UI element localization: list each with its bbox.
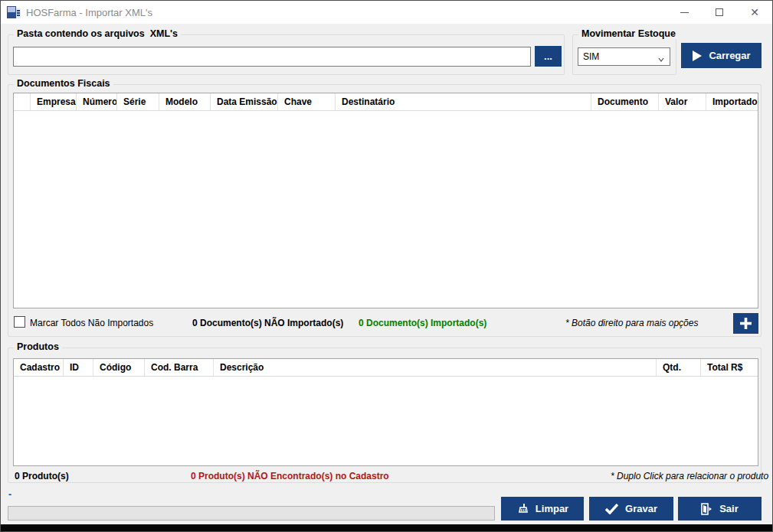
marcar-todos-checkbox[interactable] bbox=[14, 316, 25, 328]
documentos-table-header[interactable]: Empresa Número Série Modelo Data Emissão… bbox=[14, 93, 758, 111]
broom-icon bbox=[516, 503, 529, 515]
gravar-button[interactable]: Gravar bbox=[589, 497, 673, 521]
folder-path-input[interactable] bbox=[13, 47, 531, 67]
sair-button[interactable]: Sair bbox=[678, 497, 762, 521]
produtos-table[interactable]: Cadastro ID Código Cod. Barra Descrição … bbox=[13, 358, 758, 466]
check-icon bbox=[605, 504, 618, 514]
play-icon bbox=[692, 51, 702, 61]
col-importado: Importado bbox=[706, 93, 758, 110]
col-data-emissao: Data Emissão bbox=[211, 93, 278, 110]
documentos-group-label: Documentos Fiscais bbox=[14, 78, 113, 89]
col-descricao: Descrição bbox=[214, 359, 657, 376]
browse-label: ... bbox=[544, 51, 552, 62]
desktop-edge bbox=[1, 524, 772, 531]
importados-count: 0 Documento(s) Importado(s) bbox=[359, 318, 486, 328]
close-button[interactable]: ✕ bbox=[737, 1, 772, 24]
col-total: Total R$ bbox=[701, 359, 758, 376]
plus-icon bbox=[740, 318, 752, 329]
documentos-table-body[interactable] bbox=[14, 111, 758, 308]
maximize-icon bbox=[716, 8, 723, 16]
produtos-count: 0 Produto(s) bbox=[15, 471, 69, 481]
maximize-button[interactable] bbox=[702, 1, 737, 24]
col-chave: Chave bbox=[278, 93, 336, 110]
col-qtd: Qtd. bbox=[657, 359, 701, 376]
carregar-button[interactable]: Carregar bbox=[681, 43, 762, 68]
movimentar-estoque-value: SIM bbox=[583, 51, 599, 62]
browse-button[interactable]: ... bbox=[535, 46, 562, 67]
produtos-table-header[interactable]: Cadastro ID Código Cod. Barra Descrição … bbox=[14, 359, 758, 377]
title-bar[interactable]: HOSFarma - Importar XML's ✕ bbox=[1, 1, 772, 24]
col-serie: Série bbox=[117, 93, 159, 110]
close-icon: ✕ bbox=[750, 7, 759, 18]
limpar-button[interactable]: Limpar bbox=[501, 497, 584, 521]
col-numero: Número bbox=[77, 93, 117, 110]
exit-door-icon bbox=[701, 503, 712, 515]
window-title: HOSFarma - Importar XML's bbox=[26, 7, 152, 18]
minimize-icon bbox=[680, 12, 689, 13]
chevron-down-icon bbox=[658, 54, 664, 60]
produtos-table-body[interactable] bbox=[14, 377, 758, 465]
col-id: ID bbox=[64, 359, 93, 376]
produtos-hint: * Duplo Click para relacionar o produto bbox=[611, 471, 768, 481]
col-valor: Valor bbox=[659, 93, 706, 110]
stock-group-label: Movimentar Estoque bbox=[578, 28, 679, 39]
col-cadastro: Cadastro bbox=[14, 359, 64, 376]
progress-bar bbox=[8, 506, 495, 521]
sair-label: Sair bbox=[719, 503, 739, 514]
add-document-button[interactable] bbox=[733, 313, 758, 334]
app-icon bbox=[7, 6, 21, 18]
gravar-label: Gravar bbox=[625, 503, 657, 514]
marcar-todos-label: Marcar Todos Não Importados bbox=[30, 318, 153, 328]
app-window: HOSFarma - Importar XML's ✕ Pasta conten… bbox=[0, 0, 773, 532]
produtos-group-label: Produtos bbox=[14, 341, 62, 352]
col-empresa: Empresa bbox=[31, 93, 77, 110]
nao-importados-count: 0 Documento(s) NÃO Importado(s) bbox=[192, 318, 343, 328]
minimize-button[interactable] bbox=[667, 1, 702, 24]
limpar-label: Limpar bbox=[536, 503, 568, 514]
documentos-hint: * Botão direito para mais opções bbox=[565, 318, 698, 328]
col-select bbox=[14, 93, 31, 110]
col-destinatario: Destinatário bbox=[336, 93, 591, 110]
folder-group-label: Pasta contendo os arquivos XML's bbox=[14, 28, 181, 39]
col-documento: Documento bbox=[591, 93, 659, 110]
movimentar-estoque-select[interactable]: SIM bbox=[578, 47, 670, 66]
status-label: - bbox=[8, 489, 11, 500]
col-codigo: Código bbox=[93, 359, 145, 376]
produtos-nao-encontrados: 0 Produto(s) NÃO Encontrado(s) no Cadast… bbox=[191, 471, 389, 481]
carregar-label: Carregar bbox=[709, 50, 750, 61]
documentos-table[interactable]: Empresa Número Série Modelo Data Emissão… bbox=[13, 93, 758, 308]
col-cod-barra: Cod. Barra bbox=[145, 359, 214, 376]
col-modelo: Modelo bbox=[159, 93, 211, 110]
